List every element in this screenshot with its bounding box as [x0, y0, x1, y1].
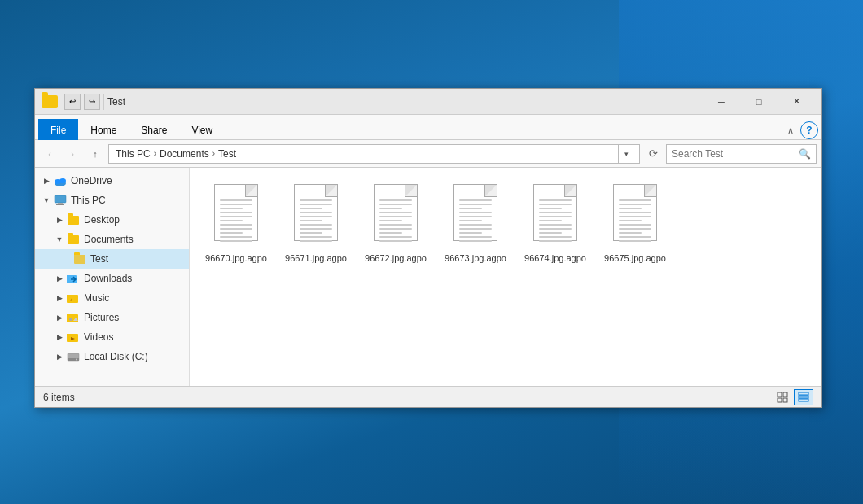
- svg-rect-12: [67, 314, 72, 316]
- address-dropdown-btn[interactable]: ▾: [618, 144, 634, 164]
- onedrive-icon: [53, 174, 68, 187]
- back-button[interactable]: ‹: [40, 144, 59, 164]
- expand-icon: [66, 252, 72, 265]
- pc-icon: [53, 194, 68, 207]
- quick-access-btn-1[interactable]: ↩: [64, 94, 81, 110]
- maximize-button[interactable]: □: [740, 89, 778, 115]
- address-input[interactable]: This PC › Documents › Test ▾: [108, 144, 640, 164]
- svg-rect-7: [67, 275, 72, 277]
- file-item-3[interactable]: 96673.jpg.agpo: [439, 177, 512, 270]
- file-item-4[interactable]: 96674.jpg.agpo: [519, 177, 592, 270]
- title-bar-extra: ↩ ↪: [64, 94, 100, 110]
- file-icon-3: [449, 184, 502, 249]
- tab-home[interactable]: Home: [78, 119, 129, 140]
- file-icon-0: [210, 184, 262, 249]
- title-separator: [103, 94, 104, 110]
- svg-point-13: [69, 318, 72, 321]
- svg-rect-25: [799, 396, 808, 398]
- sidebar-label-pictures: Pictures: [84, 312, 119, 323]
- file-name-2: 96672.jpg.agpo: [365, 252, 427, 264]
- chevron-up-icon: ∧: [787, 125, 794, 136]
- up-button[interactable]: ↑: [85, 144, 105, 164]
- svg-rect-4: [58, 203, 63, 204]
- ribbon-tabs: File Home Share View ∧ ?: [35, 115, 821, 139]
- window-title: Test: [107, 96, 703, 107]
- forward-button[interactable]: ›: [63, 144, 82, 164]
- disk-icon: [66, 350, 81, 363]
- help-button[interactable]: ?: [800, 121, 818, 139]
- refresh-button[interactable]: ⟳: [643, 144, 663, 164]
- expand-icon: ▶: [53, 213, 66, 226]
- pictures-folder-icon: [66, 311, 81, 324]
- expand-icon: ▼: [53, 233, 66, 246]
- crumb-arrow-2: ›: [212, 149, 215, 158]
- svg-text:♪: ♪: [70, 297, 72, 302]
- status-item-count: 6 items: [43, 392, 773, 403]
- file-icon-5: [609, 184, 661, 249]
- crumb-arrow-1: ›: [154, 149, 156, 158]
- crumb-test[interactable]: Test: [217, 148, 238, 160]
- status-bar: 6 items: [35, 386, 821, 407]
- expand-icon: ▶: [53, 350, 66, 363]
- sidebar-item-localdisk[interactable]: ▶ Local Disk (C:): [35, 347, 189, 366]
- sidebar-label-music: Music: [84, 292, 109, 304]
- desktop-folder-icon: [66, 213, 81, 226]
- svg-rect-26: [799, 399, 808, 401]
- svg-rect-24: [799, 392, 808, 395]
- tab-view[interactable]: View: [179, 119, 225, 140]
- svg-point-2: [59, 178, 66, 183]
- svg-point-19: [76, 359, 77, 361]
- sidebar-item-thispc[interactable]: ▼ This PC: [35, 191, 189, 210]
- folder-icon: [42, 95, 58, 108]
- view-list-button[interactable]: [794, 389, 813, 405]
- file-explorer-window: ↩ ↪ Test ─ □ ✕ File Home Share View ∧ ? …: [34, 88, 822, 408]
- file-item-5[interactable]: 96675.jpg.agpo: [598, 177, 672, 270]
- ribbon-collapse-btn[interactable]: ∧: [781, 122, 800, 139]
- ribbon: File Home Share View ∧ ?: [35, 115, 821, 140]
- file-name-1: 96671.jpg.agpo: [285, 252, 347, 264]
- address-bar: ‹ › ↑ This PC › Documents › Test ▾ ⟳ 🔍: [35, 140, 821, 168]
- file-item-0[interactable]: 96670.jpg.agpo: [199, 177, 273, 270]
- svg-rect-22: [778, 398, 782, 402]
- expand-icon: ▼: [40, 194, 53, 207]
- sidebar-label-downloads: Downloads: [84, 273, 132, 284]
- view-grid-button[interactable]: [773, 389, 792, 405]
- search-box[interactable]: 🔍: [666, 144, 817, 164]
- quick-access-btn-2[interactable]: ↪: [84, 94, 100, 110]
- file-name-3: 96673.jpg.agpo: [445, 252, 506, 264]
- sidebar-item-music[interactable]: ▶ ♪ Music: [35, 288, 189, 308]
- file-icon-1: [290, 184, 342, 249]
- tab-share[interactable]: Share: [129, 119, 179, 140]
- test-folder-icon: [72, 252, 87, 265]
- file-name-5: 96675.jpg.agpo: [604, 252, 666, 264]
- svg-rect-23: [783, 398, 787, 402]
- minimize-button[interactable]: ─: [703, 89, 740, 115]
- close-button[interactable]: ✕: [778, 89, 815, 115]
- sidebar-item-pictures[interactable]: ▶ Pictures: [35, 308, 189, 327]
- sidebar-label-videos: Videos: [84, 331, 113, 343]
- view-toggle-buttons: [773, 389, 813, 405]
- sidebar-item-test[interactable]: Test: [35, 249, 189, 269]
- sidebar-label-test: Test: [90, 253, 108, 265]
- tab-file[interactable]: File: [38, 119, 78, 140]
- crumb-documents[interactable]: Documents: [158, 148, 211, 160]
- sidebar-item-desktop[interactable]: ▶ Desktop: [35, 210, 189, 230]
- sidebar-item-onedrive[interactable]: ▶ OneDrive: [35, 171, 189, 191]
- documents-folder-icon: [66, 233, 81, 246]
- title-bar-icons: [42, 95, 58, 108]
- search-input[interactable]: [672, 148, 799, 160]
- sidebar-item-downloads[interactable]: ▶ Downloads: [35, 269, 189, 288]
- file-icon-2: [370, 184, 422, 249]
- sidebar-label-onedrive: OneDrive: [71, 175, 112, 186]
- crumb-this-pc[interactable]: This PC: [114, 148, 152, 160]
- svg-rect-20: [778, 392, 782, 397]
- sidebar-label-localdisk: Local Disk (C:): [84, 351, 148, 362]
- window-controls: ─ □ ✕: [703, 89, 815, 115]
- file-item-2[interactable]: 96672.jpg.agpo: [359, 177, 432, 270]
- search-icon[interactable]: 🔍: [799, 148, 811, 160]
- sidebar-item-videos[interactable]: ▶ Videos: [35, 327, 189, 347]
- file-area: 96670.jpg.agpo: [190, 168, 821, 386]
- sidebar-item-documents[interactable]: ▼ Documents: [35, 230, 189, 249]
- file-item-1[interactable]: 96671.jpg.agpo: [279, 177, 353, 270]
- expand-icon: ▶: [40, 174, 53, 187]
